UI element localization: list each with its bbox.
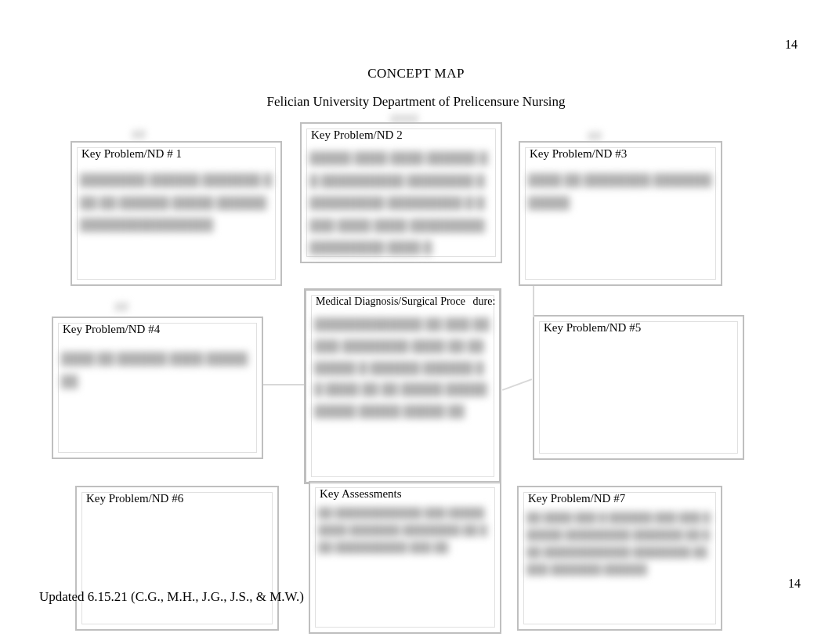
blurred-content: █████ ████ ████ ██████ ██ ██████████ ███… <box>309 147 493 259</box>
concept-box-nd6: Key Problem/ND #6 <box>75 486 279 631</box>
blurred-content: ██ ████████████ ███ █████ ████ ███████ █… <box>318 505 492 556</box>
med-label-extra: dure: <box>473 295 496 307</box>
concept-box-nd4: Key Problem/ND #4 ████ ██ ██████ ████ ██… <box>52 317 263 459</box>
medical-diagnosis-label: Medical Diagnosis/Surgical Proce dure: <box>316 295 495 308</box>
page-subtitle: Felician University Department of Prelic… <box>0 94 832 110</box>
concept-box-nd3: Key Problem/ND #3 ████ ██ ████████ █████… <box>519 141 722 286</box>
blurred-tag: ## <box>114 299 128 316</box>
med-label-text: Medical Diagnosis/Surgical Proce <box>316 295 465 307</box>
page-title: CONCEPT MAP <box>0 66 832 81</box>
nd6-label: Key Problem/ND #6 <box>86 492 183 505</box>
concept-box-nd1: Key Problem/ND # 1 ████████ ██████ █████… <box>71 141 282 286</box>
concept-box-key-assessments: Key Assessments ██ ████████████ ███ ████… <box>309 481 501 634</box>
concept-box-nd5: Key Problem/ND #5 <box>533 315 744 460</box>
nd4-label: Key Problem/ND #4 <box>63 323 160 336</box>
nd5-label: Key Problem/ND #5 <box>544 321 641 335</box>
nd2-label: Key Problem/ND 2 <box>311 128 403 142</box>
concept-box-nd2: Key Problem/ND 2 █████ ████ ████ ██████ … <box>300 122 502 263</box>
blurred-content: ████ ██ ████████ ███████ █████ <box>528 169 713 214</box>
blurred-content: ████████ ██████ ███████ ███ ██ ██████ ██… <box>80 169 273 237</box>
concept-box-nd7: Key Problem/ND #7 ██ ████ ███ █ ██████ █… <box>517 486 722 631</box>
nd7-label: Key Problem/ND #7 <box>528 492 625 505</box>
blurred-content: ██ ████ ███ █ ██████ ███ ███ ██████ ████… <box>526 509 713 578</box>
page-number-bottom: 14 <box>788 577 801 591</box>
footer-updated: Updated 6.15.21 (C.G., M.H., J.G., J.S.,… <box>39 589 304 605</box>
page-number-top: 14 <box>785 38 798 52</box>
blurred-content: ████ ██ ██████ ████ ███████ <box>61 348 254 393</box>
nd3-label: Key Problem/ND #3 <box>530 147 627 161</box>
key-assessments-label: Key Assessments <box>320 487 402 501</box>
nd1-label: Key Problem/ND # 1 <box>81 147 182 161</box>
blurred-content: █████████████ ██ ███ █████ ████████ ████… <box>314 314 491 423</box>
concept-box-medical-diagnosis: Medical Diagnosis/Surgical Proce dure: █… <box>304 288 501 484</box>
